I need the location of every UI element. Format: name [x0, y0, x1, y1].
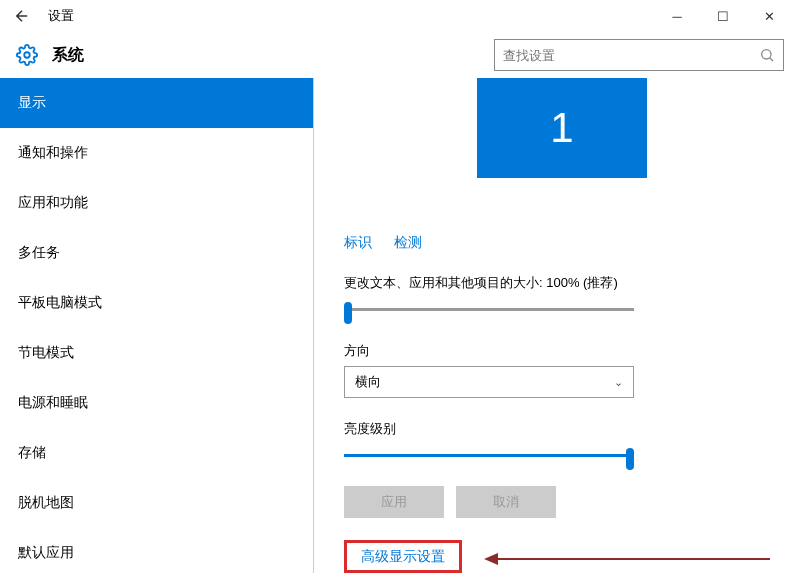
monitor-tile[interactable]: 1	[477, 78, 647, 178]
window-title: 设置	[48, 7, 74, 25]
orientation-label: 方向	[344, 342, 780, 360]
slider-thumb[interactable]	[626, 448, 634, 470]
svg-point-0	[24, 52, 30, 58]
sidebar-item-notifications[interactable]: 通知和操作	[0, 128, 313, 178]
monitor-preview: 1	[344, 78, 780, 178]
brightness-label: 亮度级别	[344, 420, 780, 438]
close-button[interactable]: ✕	[746, 2, 792, 30]
sidebar-item-label: 应用和功能	[18, 194, 88, 212]
sidebar-item-label: 平板电脑模式	[18, 294, 102, 312]
cancel-button: 取消	[456, 486, 556, 518]
monitor-number: 1	[550, 104, 573, 152]
annotation-arrow	[490, 558, 770, 560]
sidebar-item-maps[interactable]: 脱机地图	[0, 478, 313, 528]
sidebar-item-label: 多任务	[18, 244, 60, 262]
slider-thumb[interactable]	[344, 302, 352, 324]
window-controls: ─ ☐ ✕	[654, 2, 792, 30]
back-button[interactable]	[8, 2, 36, 30]
scale-slider[interactable]	[344, 300, 634, 320]
orientation-select[interactable]: 横向 ⌄	[344, 366, 634, 398]
advanced-display-link[interactable]: 高级显示设置	[361, 548, 445, 564]
sidebar-item-battery[interactable]: 节电模式	[0, 328, 313, 378]
detect-link[interactable]: 检测	[394, 234, 422, 250]
sidebar-item-label: 存储	[18, 444, 46, 462]
sidebar-item-storage[interactable]: 存储	[0, 428, 313, 478]
sidebar-item-display[interactable]: 显示	[0, 78, 313, 128]
sidebar-item-multitask[interactable]: 多任务	[0, 228, 313, 278]
sidebar-item-tablet[interactable]: 平板电脑模式	[0, 278, 313, 328]
minimize-button[interactable]: ─	[654, 2, 700, 30]
sidebar-item-label: 脱机地图	[18, 494, 74, 512]
header: 系统	[0, 32, 800, 78]
search-box[interactable]	[494, 39, 784, 71]
sidebar-item-label: 默认应用	[18, 544, 74, 562]
display-links: 标识 检测	[344, 234, 780, 252]
identify-link[interactable]: 标识	[344, 234, 372, 250]
sidebar-item-default-apps[interactable]: 默认应用	[0, 528, 313, 573]
apply-button: 应用	[344, 486, 444, 518]
maximize-button[interactable]: ☐	[700, 2, 746, 30]
scale-label: 更改文本、应用和其他项目的大小: 100% (推荐)	[344, 274, 780, 292]
content-pane: 1 标识 检测 更改文本、应用和其他项目的大小: 100% (推荐) 方向 横向…	[314, 78, 800, 573]
svg-point-1	[762, 50, 771, 59]
button-row: 应用 取消	[344, 486, 780, 518]
sidebar-item-apps[interactable]: 应用和功能	[0, 178, 313, 228]
advanced-link-highlight: 高级显示设置	[344, 540, 462, 573]
gear-icon	[16, 44, 38, 66]
sidebar-item-label: 电源和睡眠	[18, 394, 88, 412]
sidebar: 显示 通知和操作 应用和功能 多任务 平板电脑模式 节电模式 电源和睡眠 存储 …	[0, 78, 314, 573]
orientation-value: 横向	[355, 373, 381, 391]
sidebar-item-label: 通知和操作	[18, 144, 88, 162]
section-title: 系统	[52, 45, 84, 66]
sidebar-item-label: 显示	[18, 94, 46, 112]
chevron-down-icon: ⌄	[614, 376, 623, 389]
search-icon	[759, 47, 775, 63]
search-input[interactable]	[503, 48, 759, 63]
arrow-left-icon	[13, 7, 31, 25]
sidebar-item-label: 节电模式	[18, 344, 74, 362]
titlebar: 设置 ─ ☐ ✕	[0, 0, 800, 32]
sidebar-item-power[interactable]: 电源和睡眠	[0, 378, 313, 428]
brightness-slider[interactable]	[344, 446, 634, 466]
